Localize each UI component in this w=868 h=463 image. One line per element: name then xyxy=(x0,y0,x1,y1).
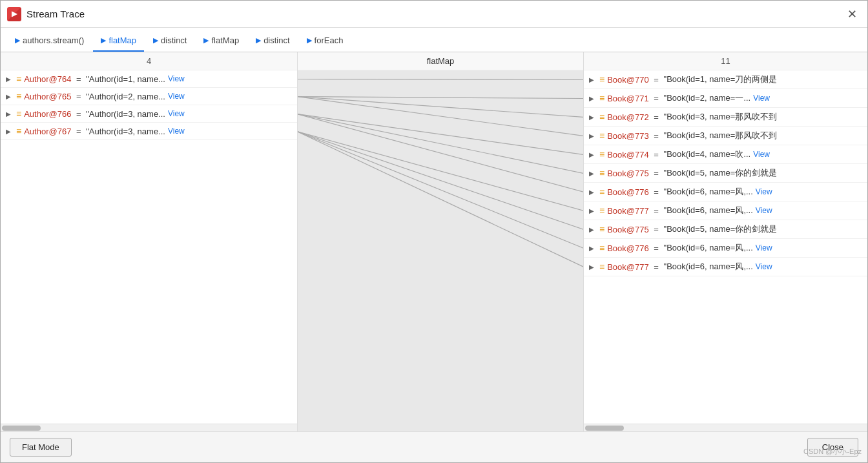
right-item-row[interactable]: ▶ ≡ Book@776 = "Book(id=6, name=风,... Vi… xyxy=(584,239,867,258)
connection-line xyxy=(298,79,583,80)
item-icon: ≡ xyxy=(599,187,604,197)
connections-svg xyxy=(298,70,583,431)
item-icon: ≡ xyxy=(599,205,604,216)
connection-line xyxy=(298,97,583,99)
view-link[interactable]: View xyxy=(756,187,772,196)
right-item-row[interactable]: ▶ ≡ Book@774 = "Book(id=4, name=吹... Vie… xyxy=(584,145,867,164)
view-link[interactable]: View xyxy=(753,150,770,159)
item-value: "Author(id=1, name... xyxy=(86,74,165,84)
expand-arrow: ▶ xyxy=(6,128,14,135)
expand-arrow: ▶ xyxy=(589,245,597,252)
tab-flatmap-2[interactable]: ▶ flatMap xyxy=(196,32,247,52)
right-panel-scrollbar[interactable] xyxy=(584,424,867,431)
left-panel: 4 ▶ ≡ Author@764 = "Author(id=1, name...… xyxy=(1,52,298,431)
right-scrollbar-thumb[interactable] xyxy=(585,426,624,431)
tab-icon-3: ▶ xyxy=(203,36,209,45)
item-value: "Book(id=6, name=风,... xyxy=(664,261,753,273)
item-icon: ≡ xyxy=(599,243,604,253)
title-bar: ▶ Stream Trace ✕ xyxy=(1,1,867,28)
right-item-row[interactable]: ▶ ≡ Book@776 = "Book(id=6, name=风,... Vi… xyxy=(584,183,867,201)
main-content: 4 ▶ ≡ Author@764 = "Author(id=1, name...… xyxy=(1,52,867,462)
expand-arrow: ▶ xyxy=(589,151,597,158)
item-name: Book@774 xyxy=(607,150,649,159)
item-value: "Book(id=5, name=你的剑就是 xyxy=(664,167,778,179)
item-value: "Author(id=2, name... xyxy=(86,92,165,101)
view-link[interactable]: View xyxy=(168,109,185,118)
item-equals: = xyxy=(652,187,661,197)
item-equals: = xyxy=(652,75,661,85)
item-equals: = xyxy=(652,169,661,178)
right-item-row[interactable]: ▶ ≡ Book@770 = "Book(id=1, name=刀的两侧是 xyxy=(584,70,867,89)
view-link[interactable]: View xyxy=(168,74,185,83)
canvas-area xyxy=(298,70,583,431)
right-item-row[interactable]: ▶ ≡ Book@775 = "Book(id=5, name=你的剑就是 xyxy=(584,220,867,239)
item-value: "Book(id=1, name=刀的两侧是 xyxy=(664,74,778,85)
right-item-row[interactable]: ▶ ≡ Book@775 = "Book(id=5, name=你的剑就是 xyxy=(584,164,867,183)
main-window: ▶ Stream Trace ✕ ▶ authors.stream() ▶ fl… xyxy=(0,0,868,463)
watermark: CSDN @小小-Epz xyxy=(803,447,862,457)
connection-line xyxy=(298,132,583,249)
title-close-button[interactable]: ✕ xyxy=(843,6,861,23)
left-panel-items[interactable]: ▶ ≡ Author@764 = "Author(id=1, name... V… xyxy=(1,70,297,424)
expand-arrow: ▶ xyxy=(589,132,597,139)
tab-distinct-2[interactable]: ▶ distinct xyxy=(248,32,297,52)
expand-arrow: ▶ xyxy=(589,114,597,121)
item-icon: ≡ xyxy=(599,149,604,159)
view-link[interactable]: View xyxy=(756,243,772,252)
item-icon: ≡ xyxy=(599,224,604,234)
left-panel-scrollbar[interactable] xyxy=(1,424,297,431)
view-link[interactable]: View xyxy=(756,206,772,215)
right-item-row[interactable]: ▶ ≡ Book@777 = "Book(id=6, name=风,... Vi… xyxy=(584,258,867,276)
item-icon: ≡ xyxy=(16,108,21,119)
item-equals: = xyxy=(652,94,661,103)
expand-arrow: ▶ xyxy=(589,226,597,233)
item-equals: = xyxy=(652,225,661,234)
item-icon: ≡ xyxy=(599,168,604,178)
item-name: Author@765 xyxy=(24,92,71,101)
view-link[interactable]: View xyxy=(753,94,770,103)
left-item-row[interactable]: ▶ ≡ Author@767 = "Author(id=3, name... V… xyxy=(1,123,297,140)
item-name: Book@773 xyxy=(607,131,649,141)
tab-icon-1: ▶ xyxy=(101,36,106,45)
right-item-row[interactable]: ▶ ≡ Book@772 = "Book(id=3, name=那风吹不到 xyxy=(584,108,867,127)
expand-arrow: ▶ xyxy=(6,93,14,100)
item-icon: ≡ xyxy=(599,93,604,103)
tab-icon-4: ▶ xyxy=(256,36,261,45)
right-item-row[interactable]: ▶ ≡ Book@773 = "Book(id=3, name=那风吹不到 xyxy=(584,127,867,145)
item-equals: = xyxy=(74,74,83,84)
left-scrollbar-thumb[interactable] xyxy=(2,426,41,431)
view-link[interactable]: View xyxy=(756,262,772,271)
left-item-row[interactable]: ▶ ≡ Author@766 = "Author(id=3, name... V… xyxy=(1,105,297,123)
tabs-bar: ▶ authors.stream() ▶ flatMap ▶ distinct … xyxy=(1,28,867,52)
expand-arrow: ▶ xyxy=(6,110,14,118)
expand-arrow: ▶ xyxy=(589,263,597,271)
panels-area: 4 ▶ ≡ Author@764 = "Author(id=1, name...… xyxy=(1,52,867,431)
expand-arrow: ▶ xyxy=(589,189,597,196)
item-name: Author@766 xyxy=(24,109,71,119)
left-item-row[interactable]: ▶ ≡ Author@764 = "Author(id=1, name... V… xyxy=(1,70,297,88)
tab-authors-stream[interactable]: ▶ authors.stream() xyxy=(7,32,92,52)
right-panel: 11 ▶ ≡ Book@770 = "Book(id=1, name=刀的两侧是… xyxy=(583,52,867,431)
expand-arrow: ▶ xyxy=(589,76,597,83)
item-name: Author@767 xyxy=(24,127,71,136)
right-item-row[interactable]: ▶ ≡ Book@777 = "Book(id=6, name=风,... Vi… xyxy=(584,201,867,220)
tab-flatmap-1[interactable]: ▶ flatMap xyxy=(93,32,144,52)
expand-arrow: ▶ xyxy=(589,207,597,214)
middle-header: flatMap xyxy=(298,52,583,70)
left-item-row[interactable]: ▶ ≡ Author@765 = "Author(id=2, name... V… xyxy=(1,88,297,105)
right-panel-header: 11 xyxy=(584,52,867,70)
item-icon: ≡ xyxy=(16,126,21,136)
right-item-row[interactable]: ▶ ≡ Book@771 = "Book(id=2, name=一... Vie… xyxy=(584,89,867,108)
connection-line xyxy=(298,114,583,155)
view-link[interactable]: View xyxy=(168,127,185,136)
item-equals: = xyxy=(652,243,661,253)
view-link[interactable]: View xyxy=(168,92,185,101)
item-value: "Book(id=6, name=风,... xyxy=(664,205,753,216)
tab-foreach[interactable]: ▶ forEach xyxy=(299,32,351,52)
flat-mode-button[interactable]: Flat Mode xyxy=(10,438,72,457)
item-name: Author@764 xyxy=(24,74,71,84)
tab-distinct-1[interactable]: ▶ distinct xyxy=(145,32,194,52)
app-icon: ▶ xyxy=(7,7,21,21)
right-panel-items[interactable]: ▶ ≡ Book@770 = "Book(id=1, name=刀的两侧是 ▶ … xyxy=(584,70,867,424)
item-equals: = xyxy=(652,150,661,159)
